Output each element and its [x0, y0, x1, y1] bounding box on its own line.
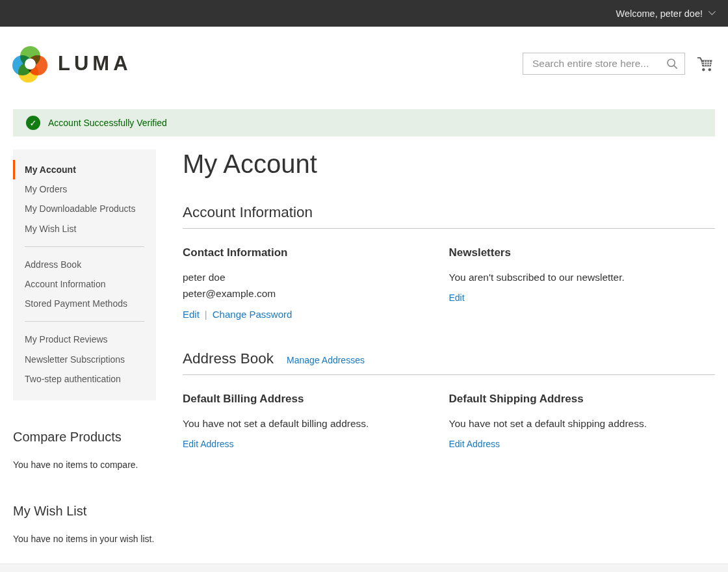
wish-list-block: My Wish List You have no items in your w…: [13, 504, 156, 544]
link-separator: |: [205, 309, 207, 320]
nav-divider: [25, 246, 144, 247]
default-billing-address-title: Default Billing Address: [183, 393, 436, 406]
page-header: LUMA: [0, 27, 728, 101]
main-content: My Account Account Information Contact I…: [156, 150, 715, 480]
newsletters-box: Newsletters You aren't subscribed to our…: [449, 246, 716, 320]
contact-information-title: Contact Information: [183, 246, 436, 259]
default-shipping-address-box: Default Shipping Address You have not se…: [449, 393, 716, 449]
edit-contact-link[interactable]: Edit: [183, 309, 200, 320]
page-title: My Account: [183, 150, 715, 178]
success-message-text: Account Successfully Verified: [48, 118, 167, 128]
billing-address-empty-text: You have not set a default billing addre…: [183, 415, 436, 432]
contact-name: peter doe: [183, 272, 226, 283]
account-information-heading: Account Information: [183, 204, 313, 221]
top-bar: Welcome, peter doe!: [0, 0, 728, 27]
newsletters-title: Newsletters: [449, 246, 703, 259]
logo-text: LUMA: [58, 52, 132, 75]
welcome-text: Welcome, peter doe!: [616, 8, 703, 19]
contact-information-box: Contact Information peter doe peter@exam…: [183, 246, 449, 320]
default-shipping-address-title: Default Shipping Address: [449, 393, 703, 406]
search-input[interactable]: [523, 53, 685, 75]
sidebar-item-my-product-reviews[interactable]: My Product Reviews: [13, 330, 156, 349]
sidebar-item-account-information[interactable]: Account Information: [13, 274, 156, 294]
luma-logo-icon: [13, 47, 47, 81]
sidebar-item-stored-payment-methods[interactable]: Stored Payment Methods: [13, 294, 156, 313]
wish-list-empty-text: You have no items in your wish list.: [13, 534, 156, 544]
manage-addresses-link[interactable]: Manage Addresses: [287, 355, 365, 365]
address-book-heading: Address Book: [183, 350, 274, 367]
search-icon[interactable]: [664, 56, 680, 72]
shipping-address-empty-text: You have not set a default shipping addr…: [449, 415, 703, 432]
success-check-icon: ✓: [26, 116, 40, 130]
account-sidebar: My Account My Orders My Downloadable Pro…: [13, 150, 156, 544]
account-information-section: Account Information Contact Information …: [183, 204, 715, 320]
account-nav: My Account My Orders My Downloadable Pro…: [13, 150, 156, 400]
store-logo[interactable]: LUMA: [13, 47, 132, 81]
edit-shipping-address-link[interactable]: Edit Address: [449, 439, 500, 449]
footer: [0, 564, 728, 572]
nav-divider: [25, 321, 144, 322]
default-billing-address-box: Default Billing Address You have not set…: [183, 393, 449, 449]
sidebar-item-my-orders[interactable]: My Orders: [13, 179, 156, 199]
newsletters-status-text: You aren't subscribed to our newsletter.: [449, 269, 703, 285]
sidebar-item-my-downloadable-products[interactable]: My Downloadable Products: [13, 199, 156, 218]
account-menu-toggle[interactable]: Welcome, peter doe!: [616, 8, 714, 19]
chevron-down-icon: [708, 8, 716, 15]
sidebar-item-my-wish-list[interactable]: My Wish List: [13, 219, 156, 239]
compare-products-block: Compare Products You have no items to co…: [13, 430, 156, 470]
cart-icon[interactable]: [697, 55, 715, 73]
compare-products-title: Compare Products: [13, 430, 156, 445]
contact-email: peter@example.com: [183, 288, 276, 299]
sidebar-item-address-book[interactable]: Address Book: [13, 255, 156, 274]
success-message: ✓ Account Successfully Verified: [13, 109, 715, 136]
edit-newsletters-link[interactable]: Edit: [449, 292, 465, 303]
sidebar-item-my-account[interactable]: My Account: [13, 160, 156, 179]
sidebar-item-two-step-authentication[interactable]: Two-step authentication: [13, 369, 156, 389]
change-password-link[interactable]: Change Password: [213, 309, 292, 320]
address-book-section: Address Book Manage Addresses Default Bi…: [183, 350, 715, 449]
sidebar-item-newsletter-subscriptions[interactable]: Newsletter Subscriptions: [13, 350, 156, 369]
compare-products-empty-text: You have no items to compare.: [13, 460, 156, 470]
edit-billing-address-link[interactable]: Edit Address: [183, 439, 234, 449]
wish-list-title: My Wish List: [13, 504, 156, 519]
